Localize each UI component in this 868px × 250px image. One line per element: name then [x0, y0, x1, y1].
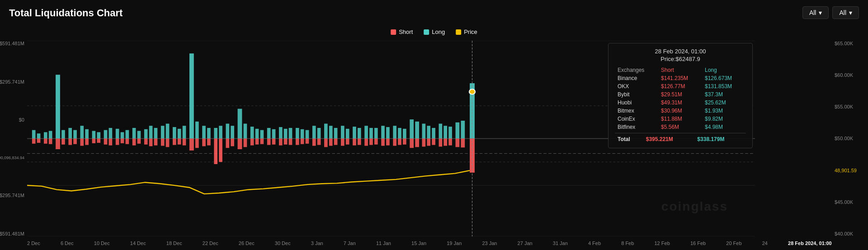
svg-rect-109 [329, 126, 333, 138]
svg-rect-13 [49, 131, 52, 139]
svg-rect-130 [386, 139, 390, 146]
svg-rect-43 [137, 131, 141, 139]
svg-rect-70 [214, 139, 217, 164]
svg-rect-95 [289, 128, 292, 139]
y-right-3: $50.00K [835, 136, 853, 141]
svg-rect-67 [207, 128, 211, 139]
y-label-0: $591.481M [0, 41, 24, 46]
svg-rect-39 [126, 130, 129, 139]
svg-rect-142 [422, 139, 426, 147]
svg-rect-27 [92, 131, 96, 139]
svg-rect-145 [432, 128, 435, 139]
svg-rect-105 [317, 128, 321, 139]
svg-rect-93 [284, 129, 288, 139]
y-label-3: -100,096,834.94 [0, 156, 24, 160]
legend-long: Long [424, 28, 445, 35]
svg-rect-73 [226, 124, 229, 139]
svg-rect-122 [364, 139, 368, 146]
svg-rect-22 [73, 139, 77, 144]
dropdown-all-1[interactable]: All ▾ [802, 6, 829, 19]
svg-rect-121 [364, 126, 368, 138]
svg-rect-150 [443, 139, 447, 146]
svg-rect-37 [121, 132, 124, 138]
svg-rect-75 [231, 126, 234, 138]
chevron-icon: ▾ [819, 9, 822, 16]
svg-rect-20 [68, 139, 72, 145]
y-label-4: $295.741M [0, 193, 24, 198]
svg-rect-84 [255, 139, 259, 145]
svg-rect-15 [56, 75, 60, 138]
svg-rect-58 [178, 139, 181, 145]
svg-rect-54 [166, 139, 170, 147]
svg-rect-107 [324, 124, 328, 139]
svg-rect-47 [149, 126, 153, 138]
svg-rect-151 [448, 127, 452, 138]
svg-rect-81 [250, 127, 254, 138]
svg-rect-8 [32, 139, 36, 144]
svg-rect-59 [183, 126, 186, 138]
svg-rect-60 [183, 139, 186, 146]
svg-rect-78 [238, 139, 242, 150]
svg-rect-129 [386, 127, 390, 138]
y-right-6: $40.00K [835, 231, 853, 236]
svg-rect-55 [173, 127, 176, 138]
svg-rect-126 [374, 139, 378, 145]
svg-rect-34 [109, 139, 113, 146]
svg-rect-149 [443, 126, 447, 138]
svg-rect-63 [195, 122, 199, 139]
table-row: Bybit $29.51M $37.3M [615, 90, 746, 99]
svg-rect-16 [56, 139, 60, 150]
tooltip-divider [615, 133, 746, 133]
col-long: Long [702, 66, 746, 74]
svg-rect-25 [85, 129, 89, 139]
svg-rect-148 [439, 139, 443, 147]
svg-rect-30 [97, 139, 100, 143]
svg-rect-101 [306, 130, 309, 139]
svg-rect-106 [317, 139, 321, 145]
svg-rect-137 [410, 119, 414, 138]
svg-rect-141 [422, 124, 426, 139]
svg-rect-153 [456, 123, 460, 139]
svg-rect-17 [61, 130, 65, 139]
svg-rect-61 [189, 53, 194, 138]
svg-rect-135 [403, 129, 406, 139]
svg-rect-50 [154, 139, 158, 146]
svg-rect-114 [341, 139, 344, 146]
svg-rect-80 [244, 139, 247, 147]
svg-rect-21 [73, 130, 77, 139]
x-axis: 2 Dec 6 Dec 10 Dec 14 Dec 18 Dec 22 Dec … [27, 236, 832, 250]
table-row: Bitfinex $5.56M $4.98M [615, 123, 746, 131]
svg-rect-51 [161, 126, 165, 138]
y-axis-right: $65.00K $60.00K $55.00K $50.00K 48,901.5… [832, 41, 868, 236]
svg-rect-38 [121, 139, 124, 143]
tooltip-box: 28 Feb 2024, 01:00 Price:$62487.9 Exchan… [608, 43, 753, 148]
svg-rect-62 [189, 139, 194, 151]
main-container: Total Liquidations Chart All ▾ All ▾ Sho… [0, 0, 868, 250]
svg-rect-82 [250, 139, 254, 146]
legend-long-label: Long [432, 28, 445, 35]
svg-rect-33 [109, 128, 113, 139]
svg-rect-11 [44, 132, 47, 138]
svg-rect-23 [80, 126, 84, 138]
y-right-2: $55.00K [835, 104, 853, 109]
svg-rect-12 [44, 139, 47, 144]
svg-rect-103 [312, 126, 316, 138]
svg-rect-144 [427, 139, 430, 146]
svg-rect-69 [214, 128, 217, 139]
svg-rect-116 [346, 139, 349, 145]
svg-rect-19 [68, 128, 72, 139]
svg-rect-76 [231, 139, 234, 146]
svg-rect-88 [267, 139, 271, 145]
dropdown-all-2[interactable]: All ▾ [832, 6, 859, 19]
svg-rect-118 [353, 139, 356, 146]
short-dot [391, 29, 396, 35]
svg-rect-98 [296, 139, 299, 145]
svg-rect-14 [49, 139, 52, 144]
svg-rect-131 [393, 126, 396, 138]
svg-rect-99 [301, 129, 304, 139]
svg-rect-124 [369, 139, 373, 145]
svg-rect-49 [154, 128, 158, 139]
svg-rect-40 [126, 139, 129, 144]
y-label-5: $591.481M [0, 231, 24, 236]
svg-rect-92 [279, 139, 283, 146]
